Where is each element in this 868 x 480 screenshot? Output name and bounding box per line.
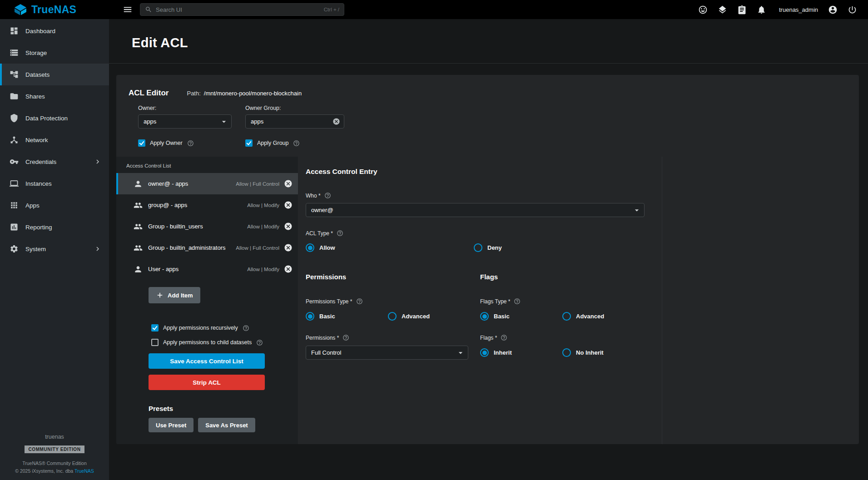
tasks-clipboard-icon[interactable]	[737, 5, 747, 15]
sidebar-item-system[interactable]: System	[0, 238, 109, 260]
power-icon[interactable]	[848, 5, 857, 15]
datasets-tree-icon	[10, 70, 19, 79]
acl-type-deny-radio[interactable]: Deny	[474, 243, 502, 252]
help-icon[interactable]	[293, 140, 300, 147]
chevron-right-icon	[94, 158, 102, 166]
help-icon[interactable]	[501, 334, 507, 341]
sidebar-item-network[interactable]: Network	[0, 129, 109, 151]
radio-label: Inherit	[494, 349, 512, 356]
owner-group-input[interactable]	[251, 118, 332, 125]
sidebar-item-datasets[interactable]: Datasets	[0, 64, 109, 85]
save-as-preset-button[interactable]: Save As Preset	[198, 418, 255, 432]
sidebar-item-dashboard[interactable]: Dashboard	[0, 20, 109, 42]
owner-select[interactable]: apps	[138, 114, 232, 129]
sidebar-item-data-protection[interactable]: Data Protection	[0, 107, 109, 129]
sidebar-item-label: Credentials	[25, 158, 56, 165]
remove-entry-icon[interactable]	[284, 222, 293, 231]
child-datasets-row: Apply permissions to child datasets	[151, 339, 265, 346]
use-preset-button[interactable]: Use Preset	[149, 418, 193, 432]
user-icon	[134, 179, 143, 188]
owner-group-label: Owner Group:	[245, 105, 344, 111]
feedback-icon[interactable]	[698, 5, 708, 15]
radio-circle	[306, 243, 314, 252]
help-icon[interactable]	[256, 339, 263, 346]
radio-label: Advanced	[402, 313, 430, 320]
layout: Dashboard Storage Datasets Shares Data P…	[0, 19, 868, 480]
sidebar-item-label: Storage	[25, 49, 47, 56]
chevron-right-icon	[94, 245, 102, 253]
apps-grid-icon	[10, 201, 19, 210]
jobs-layers-icon[interactable]	[718, 5, 727, 15]
sidebar-item-apps[interactable]: Apps	[0, 194, 109, 216]
access-control-entry-panel: Access Control Entry Who * owner@	[298, 157, 662, 444]
permissions-heading: Permissions	[306, 273, 480, 281]
page-title: Edit ACL	[132, 35, 868, 50]
radio-circle	[474, 243, 482, 252]
acl-entry-row[interactable]: group@ - apps Allow | Modify	[116, 194, 298, 216]
help-icon[interactable]	[342, 334, 349, 341]
remove-entry-icon[interactable]	[284, 265, 293, 273]
apply-group-checkbox[interactable]	[245, 139, 253, 147]
sidebar-item-credentials[interactable]: Credentials	[0, 151, 109, 173]
acl-type-allow-radio[interactable]: Allow	[306, 243, 474, 252]
help-icon[interactable]	[514, 298, 521, 305]
radio-circle	[306, 312, 314, 321]
help-icon[interactable]	[324, 192, 331, 199]
help-icon[interactable]	[187, 140, 194, 147]
truenas-logo[interactable]: TrueNAS	[0, 4, 109, 16]
sidebar-item-shares[interactable]: Shares	[0, 85, 109, 107]
menu-toggle-button[interactable]	[123, 5, 133, 15]
help-icon[interactable]	[243, 325, 249, 332]
apply-recursively-label: Apply permissions recursively	[163, 325, 238, 331]
ace-heading: Access Control Entry	[306, 168, 645, 176]
who-select[interactable]: owner@	[306, 203, 645, 217]
hostname: truenas	[45, 434, 64, 440]
acl-entry-row[interactable]: owner@ - apps Allow | Full Control	[116, 173, 298, 194]
search-input[interactable]	[156, 6, 320, 13]
topbar-actions: truenas_admin	[698, 5, 868, 15]
permissions-select[interactable]: Full Control	[306, 346, 468, 360]
sidebar-item-instances[interactable]: Instances	[0, 173, 109, 194]
copyright-link[interactable]: TrueNAS	[74, 468, 94, 474]
apply-recursively-checkbox[interactable]	[151, 324, 159, 332]
apply-to-child-datasets-checkbox[interactable]	[151, 339, 159, 346]
search-icon	[145, 6, 152, 13]
flags-heading: Flags	[480, 273, 645, 281]
radio-circle	[480, 348, 489, 357]
notifications-bell-icon[interactable]	[757, 5, 766, 15]
acl-entry-permission: Allow | Full Control	[236, 245, 279, 251]
remove-entry-icon[interactable]	[284, 243, 293, 252]
dashboard-icon	[10, 26, 19, 35]
strip-acl-button[interactable]: Strip ACL	[149, 375, 265, 390]
flags-type-basic-radio[interactable]: Basic	[480, 312, 562, 321]
acl-entry-row[interactable]: Group - builtin_administrators Allow | F…	[116, 237, 298, 258]
permissions-flags-columns: Permissions Permissions Type * Basic	[306, 273, 645, 360]
permissions-type-basic-radio[interactable]: Basic	[306, 312, 388, 321]
sidebar-item-storage[interactable]: Storage	[0, 42, 109, 64]
sidebar-item-reporting[interactable]: Reporting	[0, 216, 109, 238]
logged-in-username[interactable]: truenas_admin	[779, 6, 818, 13]
help-icon[interactable]	[337, 230, 343, 237]
add-item-button[interactable]: Add Item	[149, 287, 200, 303]
remove-entry-icon[interactable]	[284, 201, 293, 209]
account-circle-icon[interactable]	[828, 5, 838, 15]
owner-group-input-box	[245, 114, 344, 129]
acl-entry-row[interactable]: Group - builtin_users Allow | Modify	[116, 216, 298, 237]
access-control-list-panel: Access Control List owner@ - apps Allow …	[116, 157, 298, 444]
permissions-type-advanced-radio[interactable]: Advanced	[388, 312, 430, 321]
topbar: TrueNAS Ctrl + / truenas_admi	[0, 0, 868, 19]
flags-inherit-radio[interactable]: Inherit	[480, 348, 562, 357]
flags-no-inherit-radio[interactable]: No Inherit	[562, 348, 604, 357]
help-icon[interactable]	[356, 298, 363, 305]
flags-type-advanced-radio[interactable]: Advanced	[562, 312, 604, 321]
save-acl-button[interactable]: Save Access Control List	[149, 353, 265, 369]
apply-owner-checkbox[interactable]	[138, 139, 145, 147]
path-label: Path:	[187, 90, 200, 97]
remove-entry-icon[interactable]	[284, 179, 293, 188]
acl-entry-row[interactable]: User - apps Allow | Modify	[116, 258, 298, 280]
search-bar[interactable]: Ctrl + /	[140, 3, 344, 16]
clear-input-icon[interactable]	[332, 118, 340, 125]
main-content: Edit ACL ACL Editor Path: /mnt/monero-po…	[109, 19, 868, 480]
acl-editor-head: ACL Editor Path: /mnt/monero-pool/monero…	[129, 89, 843, 98]
acl-editor-heading: ACL Editor	[129, 89, 169, 98]
